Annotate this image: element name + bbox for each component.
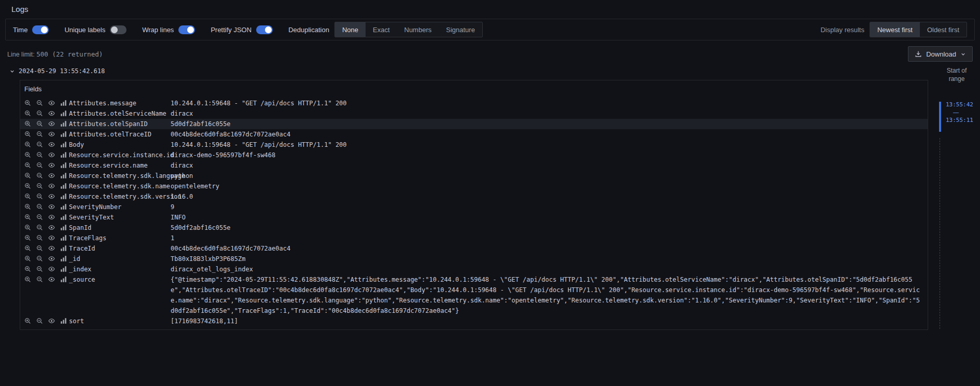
eye-icon[interactable] — [48, 120, 55, 127]
zoom-out-icon[interactable] — [36, 266, 43, 272]
field-value: INFO — [171, 212, 923, 223]
collapse-chevron-icon[interactable] — [9, 68, 15, 74]
display-results-option-oldest-first[interactable]: Oldest first — [920, 22, 967, 37]
zoom-out-icon[interactable] — [36, 141, 43, 148]
toggle-switch-wrap-lines[interactable] — [178, 25, 195, 34]
eye-icon[interactable] — [48, 255, 55, 262]
eye-icon[interactable] — [48, 141, 55, 148]
zoom-in-icon[interactable] — [24, 110, 31, 117]
bar-chart-icon[interactable] — [60, 172, 67, 179]
deduplication-option-numbers[interactable]: Numbers — [397, 22, 439, 37]
zoom-in-icon[interactable] — [24, 255, 31, 262]
field-value: 5d0df2abf16c055e — [171, 223, 923, 233]
bar-chart-icon[interactable] — [60, 141, 67, 148]
bar-chart-icon[interactable] — [60, 224, 67, 231]
bar-chart-icon[interactable] — [60, 276, 67, 283]
bar-chart-icon[interactable] — [60, 131, 67, 137]
zoom-out-icon[interactable] — [36, 235, 43, 241]
zoom-in-icon[interactable] — [24, 183, 31, 189]
bar-chart-icon[interactable] — [60, 245, 67, 252]
eye-icon[interactable] — [48, 151, 55, 158]
zoom-out-icon[interactable] — [36, 224, 43, 231]
eye-icon[interactable] — [48, 193, 55, 200]
log-timeline-minimap[interactable]: Start of range 13:55:42 — 13:55:11 — [936, 64, 980, 386]
bar-chart-icon[interactable] — [60, 100, 67, 106]
bar-chart-icon[interactable] — [60, 193, 67, 200]
table-row: Resource.telemetry.sdk.version 1.16.0 — [20, 191, 928, 202]
zoom-in-icon[interactable] — [24, 214, 31, 220]
bar-chart-icon[interactable] — [60, 255, 67, 262]
eye-icon[interactable] — [48, 318, 55, 324]
zoom-out-icon[interactable] — [36, 172, 43, 179]
deduplication-option-none[interactable]: None — [335, 22, 366, 37]
bar-chart-icon[interactable] — [60, 110, 67, 117]
zoom-in-icon[interactable] — [24, 100, 31, 106]
eye-icon[interactable] — [48, 100, 55, 106]
eye-icon[interactable] — [48, 183, 55, 189]
zoom-out-icon[interactable] — [36, 276, 43, 283]
zoom-out-icon[interactable] — [36, 131, 43, 137]
bar-chart-icon[interactable] — [60, 120, 67, 127]
toggle-switch-prettify-json[interactable] — [256, 25, 273, 34]
bar-chart-icon[interactable] — [60, 235, 67, 241]
display-results-option-newest-first[interactable]: Newest first — [870, 22, 920, 37]
zoom-in-icon[interactable] — [24, 276, 31, 283]
eye-icon[interactable] — [48, 235, 55, 241]
table-row: Attributes.otelTraceID 00c4b8dec6d0fa8c1… — [20, 129, 928, 140]
eye-icon[interactable] — [48, 172, 55, 179]
zoom-in-icon[interactable] — [24, 318, 31, 324]
zoom-in-icon[interactable] — [24, 224, 31, 231]
eye-icon[interactable] — [48, 245, 55, 252]
zoom-in-icon[interactable] — [24, 266, 31, 272]
row-actions — [24, 243, 69, 252]
zoom-out-icon[interactable] — [36, 318, 43, 324]
bar-chart-icon[interactable] — [60, 266, 67, 272]
zoom-in-icon[interactable] — [24, 120, 31, 127]
bar-chart-icon[interactable] — [60, 183, 67, 189]
zoom-in-icon[interactable] — [24, 162, 31, 169]
zoom-in-icon[interactable] — [24, 141, 31, 148]
deduplication-option-signature[interactable]: Signature — [439, 22, 482, 37]
line-limit-label: Line limit: — [7, 51, 35, 58]
zoom-in-icon[interactable] — [24, 151, 31, 158]
zoom-out-icon[interactable] — [36, 183, 43, 189]
bar-chart-icon[interactable] — [60, 203, 67, 210]
toggle-switch-unique-labels[interactable] — [110, 25, 127, 34]
zoom-out-icon[interactable] — [36, 162, 43, 169]
bar-chart-icon[interactable] — [60, 151, 67, 158]
eye-icon[interactable] — [48, 276, 55, 283]
bar-chart-icon[interactable] — [60, 162, 67, 169]
zoom-out-icon[interactable] — [36, 203, 43, 210]
zoom-in-icon[interactable] — [24, 245, 31, 252]
zoom-out-icon[interactable] — [36, 110, 43, 117]
zoom-out-icon[interactable] — [36, 151, 43, 158]
zoom-in-icon[interactable] — [24, 172, 31, 179]
zoom-in-icon[interactable] — [24, 235, 31, 241]
bar-chart-icon[interactable] — [60, 214, 67, 220]
selected-range[interactable]: 13:55:42 — 13:55:11 — [936, 101, 980, 136]
download-button[interactable]: Download — [908, 46, 973, 62]
eye-icon[interactable] — [48, 110, 55, 117]
zoom-out-icon[interactable] — [36, 214, 43, 220]
toggle-switch-time[interactable] — [32, 25, 49, 34]
eye-icon[interactable] — [48, 214, 55, 220]
bar-chart-icon[interactable] — [60, 318, 67, 324]
zoom-out-icon[interactable] — [36, 245, 43, 252]
zoom-out-icon[interactable] — [36, 255, 43, 262]
eye-icon[interactable] — [48, 162, 55, 169]
eye-icon[interactable] — [48, 131, 55, 137]
zoom-in-icon[interactable] — [24, 203, 31, 210]
eye-icon[interactable] — [48, 224, 55, 231]
zoom-out-icon[interactable] — [36, 100, 43, 106]
zoom-in-icon[interactable] — [24, 193, 31, 200]
zoom-out-icon[interactable] — [36, 120, 43, 127]
field-name: TraceId — [69, 243, 171, 254]
field-name: Resource.telemetry.sdk.version — [69, 191, 171, 202]
zoom-in-icon[interactable] — [24, 131, 31, 137]
eye-icon[interactable] — [48, 203, 55, 210]
deduplication-option-exact[interactable]: Exact — [366, 22, 397, 37]
zoom-out-icon[interactable] — [36, 193, 43, 200]
log-row[interactable]: 2024-05-29 13:55:42.618 — [9, 67, 980, 75]
row-actions — [24, 98, 69, 106]
eye-icon[interactable] — [48, 266, 55, 272]
